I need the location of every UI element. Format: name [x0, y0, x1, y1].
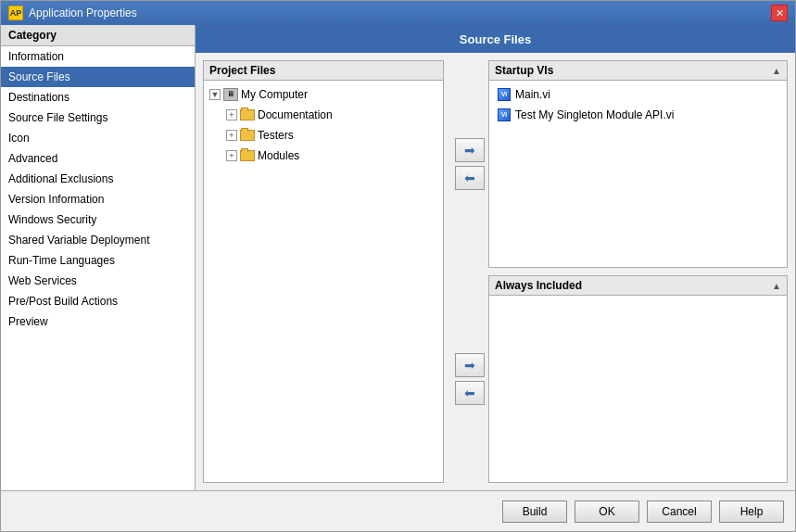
vi-label-test-singleton: Test My Singleton Module API.vi: [515, 107, 674, 123]
project-files-panel: Project Files ▼ 🖥 My Computer +: [203, 60, 444, 483]
vi-icon-inner-test-singleton: VI: [498, 108, 511, 121]
sidebar-item-run-time-languages[interactable]: Run-Time Languages: [1, 250, 195, 271]
always-included-label: Always Included: [495, 279, 582, 292]
cancel-button[interactable]: Cancel: [647, 500, 712, 523]
expand-my-computer[interactable]: ▼: [209, 89, 221, 100]
sidebar-item-source-file-settings[interactable]: Source File Settings: [1, 108, 195, 128]
always-included-scroll-up[interactable]: ▲: [772, 281, 781, 291]
build-button[interactable]: Build: [502, 500, 567, 523]
sidebar-item-web-services[interactable]: Web Services: [1, 271, 195, 291]
computer-icon: 🖥: [223, 88, 238, 101]
main-row: Category Information Source Files Destin…: [1, 25, 795, 490]
project-files-content: ▼ 🖥 My Computer + Documentation: [204, 81, 443, 482]
remove-from-startup-button[interactable]: ⬅: [455, 166, 485, 190]
remove-from-always-button[interactable]: ⬅: [455, 381, 485, 405]
panels-row: Project Files ▼ 🖥 My Computer +: [196, 53, 795, 490]
right-panel: Source Files Project Files ▼ 🖥 My Comput…: [196, 25, 795, 490]
vi-item-test-singleton[interactable]: VI Test My Singleton Module API.vi: [493, 105, 783, 125]
tree-item-testers[interactable]: + Testers: [208, 125, 439, 146]
category-header: Category: [1, 25, 195, 46]
tree-label-testers: Testers: [258, 127, 294, 144]
always-included-header: Always Included ▲: [489, 276, 787, 296]
vi-icon-test-singleton: VI: [497, 108, 512, 122]
vi-label-main: Main.vi: [515, 86, 550, 103]
bottom-arrow-buttons: ➡ ⬅: [451, 275, 488, 483]
tree-item-documentation[interactable]: + Documentation: [208, 105, 439, 125]
folder-icon-modules: [240, 150, 255, 161]
startup-vis-content: VI Main.vi VI Test My Singleton Modul: [489, 81, 787, 267]
category-list: Information Source Files Destinations So…: [1, 46, 195, 490]
vi-icon-main: VI: [497, 87, 512, 102]
category-panel: Category Information Source Files Destin…: [1, 25, 196, 490]
startup-vis-scroll-up[interactable]: ▲: [772, 66, 781, 76]
ok-button[interactable]: OK: [575, 500, 639, 523]
always-included-panel: Always Included ▲: [488, 275, 788, 483]
startup-vis-label: Startup VIs: [495, 64, 553, 77]
tree-label-documentation: Documentation: [258, 107, 333, 123]
tree-label-modules: Modules: [258, 147, 299, 164]
add-to-startup-button[interactable]: ➡: [455, 138, 485, 162]
application-properties-window: AP Application Properties ✕ Category Inf…: [0, 0, 796, 532]
sidebar-item-information[interactable]: Information: [1, 46, 195, 67]
vi-item-main[interactable]: VI Main.vi: [493, 84, 783, 105]
folder-icon-testers: [240, 130, 255, 141]
sidebar-item-preview[interactable]: Preview: [1, 311, 195, 332]
add-to-always-button[interactable]: ➡: [455, 353, 485, 377]
top-arrow-buttons: ➡ ⬅: [451, 60, 488, 268]
tree-label-my-computer: My Computer: [241, 86, 308, 103]
help-button[interactable]: Help: [719, 500, 784, 523]
always-included-content: [489, 296, 787, 482]
sidebar-item-pre-post-build-actions[interactable]: Pre/Post Build Actions: [1, 291, 195, 311]
sidebar-item-source-files[interactable]: Source Files: [1, 67, 195, 87]
expand-testers[interactable]: +: [226, 130, 237, 141]
sidebar-item-destinations[interactable]: Destinations: [1, 87, 195, 108]
expand-documentation[interactable]: +: [226, 109, 237, 120]
project-files-header: Project Files: [204, 61, 443, 81]
sidebar-item-icon[interactable]: Icon: [1, 128, 195, 148]
content-area: Category Information Source Files Destin…: [1, 25, 795, 531]
bottom-bar: Build OK Cancel Help: [1, 490, 795, 531]
startup-vis-panel: Startup VIs ▲ VI Main.vi: [488, 60, 788, 268]
sidebar-item-advanced[interactable]: Advanced: [1, 148, 195, 169]
vi-icon-inner-main: VI: [498, 88, 511, 101]
sidebar-item-windows-security[interactable]: Windows Security: [1, 209, 195, 230]
right-header: Source Files: [196, 25, 795, 53]
tree-item-modules[interactable]: + Modules: [208, 146, 439, 166]
startup-vis-header: Startup VIs ▲: [489, 61, 787, 81]
sidebar-item-shared-variable-deployment[interactable]: Shared Variable Deployment: [1, 230, 195, 250]
vi-panels-section: ➡ ⬅ Startup VIs ▲: [451, 60, 788, 483]
tree-item-my-computer[interactable]: ▼ 🖥 My Computer: [208, 84, 439, 105]
app-icon: AP: [8, 6, 23, 20]
bottom-section: ➡ ⬅ Always Included ▲: [451, 275, 788, 483]
expand-modules[interactable]: +: [226, 150, 237, 161]
sidebar-item-version-information[interactable]: Version Information: [1, 189, 195, 209]
close-button[interactable]: ✕: [771, 5, 788, 21]
sidebar-item-additional-exclusions[interactable]: Additional Exclusions: [1, 169, 195, 189]
title-bar: AP Application Properties ✕: [1, 1, 795, 25]
folder-icon-documentation: [240, 109, 255, 120]
top-section: ➡ ⬅ Startup VIs ▲: [451, 60, 788, 268]
title-bar-left: AP Application Properties: [8, 6, 137, 20]
window-title: Application Properties: [29, 6, 137, 19]
